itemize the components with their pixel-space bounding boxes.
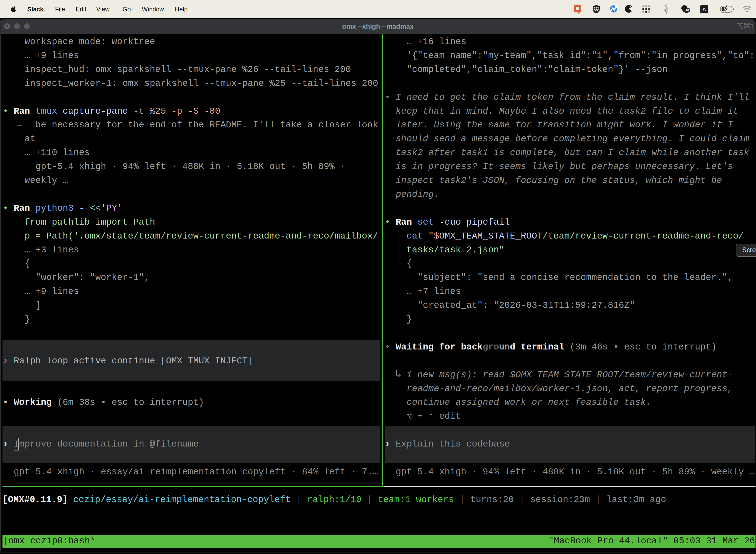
svg-text:..61: ..61: [684, 8, 690, 12]
svg-text:A: A: [702, 6, 706, 12]
svg-text:1: 1: [750, 22, 754, 29]
